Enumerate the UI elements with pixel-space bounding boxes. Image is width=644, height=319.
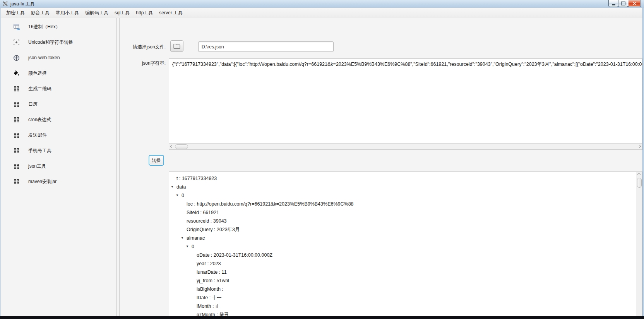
qrcode-icon bbox=[13, 101, 20, 108]
horizontal-scrollbar[interactable] bbox=[169, 143, 642, 149]
sidebar: 1616进制（Hex）Unicode和字符串转换json-web-token颜色… bbox=[1, 18, 117, 319]
tree-row-text: lMonth : 正 bbox=[197, 302, 220, 310]
horizontal-scrollbar-thumb[interactable] bbox=[175, 144, 188, 149]
tree-row[interactable]: ▼0 bbox=[169, 191, 642, 200]
chevron-right-icon bbox=[638, 145, 641, 148]
tree-expand-arrow-icon[interactable]: ▼ bbox=[171, 183, 176, 191]
sidebar-item[interactable]: 颜色选择 bbox=[1, 65, 116, 81]
sidebar-item[interactable]: 发送邮件 bbox=[1, 127, 116, 143]
color-picker-icon bbox=[13, 70, 20, 77]
menu-item[interactable]: sql工具 bbox=[111, 8, 133, 18]
sidebar-item[interactable]: cron表达式 bbox=[1, 112, 116, 127]
tree-row-text: isBigMonth : bbox=[197, 285, 224, 293]
json-tree-view[interactable]: t : 1677917334923▼data▼0loc : http://ope… bbox=[169, 172, 642, 319]
qrcode-icon bbox=[13, 116, 20, 123]
json-text-area[interactable]: {"t":"1677917334923","data":[{"loc":"htt… bbox=[169, 58, 642, 150]
file-path-input[interactable] bbox=[198, 41, 334, 52]
scroll-left-button[interactable] bbox=[169, 144, 175, 149]
tree-row-text: lDate : 十一 bbox=[197, 293, 222, 302]
tree-row[interactable]: yj_from : 51wnl bbox=[169, 276, 642, 285]
sidebar-item[interactable]: Unicode和字符串转换 bbox=[1, 34, 116, 50]
tree-expand-arrow-icon[interactable]: ▼ bbox=[186, 242, 192, 251]
tree-row[interactable]: t : 1677917334923 bbox=[169, 174, 642, 183]
split-pane-divider[interactable] bbox=[119, 18, 120, 317]
tree-expand-arrow-icon[interactable]: ▼ bbox=[176, 191, 182, 200]
minimize-button[interactable] bbox=[608, 0, 618, 7]
scroll-up-button[interactable] bbox=[636, 172, 642, 177]
folder-icon bbox=[173, 43, 180, 49]
hex-icon: 16 bbox=[13, 23, 20, 30]
tree-row-text: oDate : 2023-01-31T16:00:00.000Z bbox=[197, 251, 272, 259]
tree-rows: t : 1677917334923▼data▼0loc : http://ope… bbox=[169, 174, 642, 319]
tree-row[interactable]: lDate : 十一 bbox=[169, 293, 642, 302]
menu-item[interactable]: http工具 bbox=[133, 8, 156, 18]
sidebar-item-label: Unicode和字符串转换 bbox=[28, 39, 73, 46]
close-button[interactable] bbox=[628, 0, 641, 7]
tree-row[interactable]: ▼0 bbox=[169, 242, 642, 251]
sidebar-item[interactable]: 1616进制（Hex） bbox=[1, 19, 116, 34]
maximize-button[interactable] bbox=[618, 0, 628, 7]
tree-row-text: yj_from : 51wnl bbox=[197, 276, 229, 285]
tree-row-text: OriginQuery : 2023年3月 bbox=[187, 225, 240, 234]
sidebar-item-label: maven安装jar bbox=[28, 178, 57, 185]
sidebar-item[interactable]: maven安装jar bbox=[1, 174, 116, 189]
tree-row[interactable]: lunarDate : 11 bbox=[169, 268, 642, 276]
tree-row[interactable]: ▼almanac bbox=[169, 234, 642, 242]
tree-row-text: year : 2023 bbox=[197, 259, 221, 268]
sidebar-item-label: 16进制（Hex） bbox=[28, 24, 60, 30]
menu-item[interactable]: 加密工具 bbox=[3, 8, 28, 18]
tree-row[interactable]: lMonth : 正 bbox=[169, 302, 642, 310]
tree-row[interactable]: loc : http://open.baidu.com/q?r=661921&k… bbox=[169, 200, 642, 208]
menu-bar: 加密工具影音工具常用小工具编解码工具sql工具http工具server 工具 bbox=[0, 8, 644, 18]
menu-item[interactable]: 影音工具 bbox=[28, 8, 53, 18]
sidebar-item-label: 颜色选择 bbox=[28, 70, 47, 77]
minimize-icon bbox=[612, 4, 615, 5]
app-icon bbox=[2, 1, 8, 7]
tree-expand-arrow-icon[interactable]: ▼ bbox=[181, 234, 187, 242]
tree-row[interactable]: isBigMonth : bbox=[169, 285, 642, 293]
json-text-content: {"t":"1677917334923","data":[{"loc":"htt… bbox=[169, 59, 642, 70]
chevron-up-icon bbox=[637, 173, 641, 176]
sidebar-item-label: 生成二维码 bbox=[28, 86, 51, 92]
json-string-label: json字符串: bbox=[123, 60, 166, 67]
tree-row[interactable]: OriginQuery : 2023年3月 bbox=[169, 225, 642, 234]
qrcode-icon bbox=[13, 178, 20, 185]
tree-row-text: 0 bbox=[192, 242, 194, 251]
menu-item[interactable]: 常用小工具 bbox=[53, 8, 82, 18]
file-select-label: 请选择json文件: bbox=[123, 44, 166, 50]
menu-item[interactable]: 编解码工具 bbox=[82, 8, 111, 18]
qrcode-icon bbox=[13, 85, 20, 92]
tree-row[interactable]: ▼data bbox=[169, 183, 642, 191]
sidebar-item-label: cron表达式 bbox=[28, 117, 51, 123]
screen-bottom-edge bbox=[0, 316, 644, 319]
close-icon bbox=[633, 2, 636, 5]
tree-row-text: lunarDate : 11 bbox=[197, 268, 227, 276]
browse-file-button[interactable] bbox=[170, 40, 183, 52]
vertical-scrollbar[interactable] bbox=[636, 172, 642, 319]
sidebar-item[interactable]: 日历 bbox=[1, 96, 116, 112]
tree-row[interactable]: year : 2023 bbox=[169, 259, 642, 268]
unicode-icon bbox=[13, 39, 20, 46]
window-title: java-fx 工具 bbox=[10, 0, 35, 8]
sidebar-item-label: 手机号工具 bbox=[28, 147, 51, 154]
svg-text:16: 16 bbox=[16, 27, 20, 30]
sidebar-item[interactable]: 手机号工具 bbox=[1, 143, 116, 158]
menu-item[interactable]: server 工具 bbox=[156, 8, 186, 18]
scroll-right-button[interactable] bbox=[637, 144, 642, 149]
sidebar-item-label: json-web-token bbox=[28, 55, 60, 60]
sidebar-item[interactable]: json工具 bbox=[1, 158, 116, 174]
tree-row-text: resourceid : 39043 bbox=[187, 217, 227, 225]
sidebar-item-label: json工具 bbox=[28, 163, 46, 170]
convert-button[interactable]: 转换 bbox=[149, 155, 164, 166]
tree-row[interactable]: resourceid : 39043 bbox=[169, 217, 642, 225]
sidebar-item[interactable]: 生成二维码 bbox=[1, 81, 116, 96]
vertical-scrollbar-thumb[interactable] bbox=[637, 178, 642, 188]
title-bar: java-fx 工具 bbox=[0, 0, 644, 8]
tree-row[interactable]: SiteId : 661921 bbox=[169, 208, 642, 217]
tree-row[interactable]: oDate : 2023-01-31T16:00:00.000Z bbox=[169, 251, 642, 259]
chevron-left-icon bbox=[170, 145, 173, 148]
tree-row-text: almanac bbox=[187, 234, 205, 242]
qrcode-icon bbox=[13, 132, 20, 139]
sidebar-item[interactable]: json-web-token bbox=[1, 50, 116, 65]
tree-row-text: loc : http://open.baidu.com/q?r=661921&k… bbox=[187, 200, 354, 208]
